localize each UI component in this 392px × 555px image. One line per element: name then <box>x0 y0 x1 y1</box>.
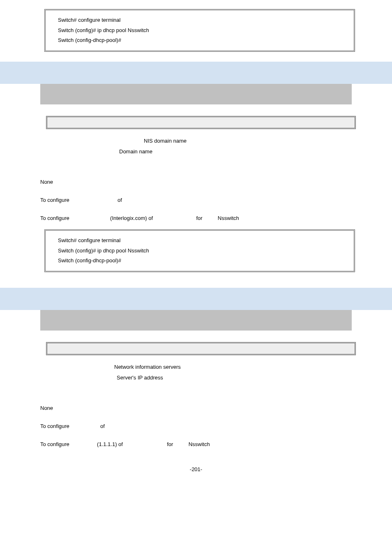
code-line: Switch (config)# ip dhcp pool Nsswitch <box>52 25 347 36</box>
default-heading <box>0 169 392 175</box>
default-value: None <box>0 405 392 411</box>
command-syntax-box <box>46 116 356 129</box>
command-syntax-box <box>46 342 356 355</box>
usage-text: To configure of <box>0 197 392 203</box>
param-line: Server's IP address <box>46 372 392 383</box>
code-line: Switch# configure terminal <box>52 15 347 25</box>
subsection-band <box>40 84 352 104</box>
code-line: Switch (config)# ip dhcp pool Nsswitch <box>52 246 347 256</box>
code-line: Switch (config-dhcp-pool)# <box>52 35 347 46</box>
usage-text: To configure of <box>0 423 392 429</box>
default-heading <box>0 395 392 401</box>
default-value: None <box>0 179 392 185</box>
section-heading-band <box>0 62 392 84</box>
param-description: Network information servers Server's IP … <box>0 362 392 383</box>
code-line: Switch# configure terminal <box>52 236 347 246</box>
example-text: To configure (Interlogix.com) of for Nss… <box>0 215 392 221</box>
code-line: Switch (config-dhcp-pool)# <box>52 256 347 266</box>
param-line: Network information servers <box>46 362 392 372</box>
page-number: -201- <box>0 466 392 472</box>
subsection-band <box>40 310 352 331</box>
param-line: Domain name <box>46 146 392 157</box>
example-text: To configure (1.1.1.1) of for Nsswitch <box>0 441 392 447</box>
code-block-2: Switch# configure terminal Switch (confi… <box>44 229 355 272</box>
param-line: NIS domain name <box>46 136 392 146</box>
section-heading-band <box>0 288 392 310</box>
code-block-1: Switch# configure terminal Switch (confi… <box>44 9 355 52</box>
param-description: NIS domain name Domain name <box>0 136 392 157</box>
